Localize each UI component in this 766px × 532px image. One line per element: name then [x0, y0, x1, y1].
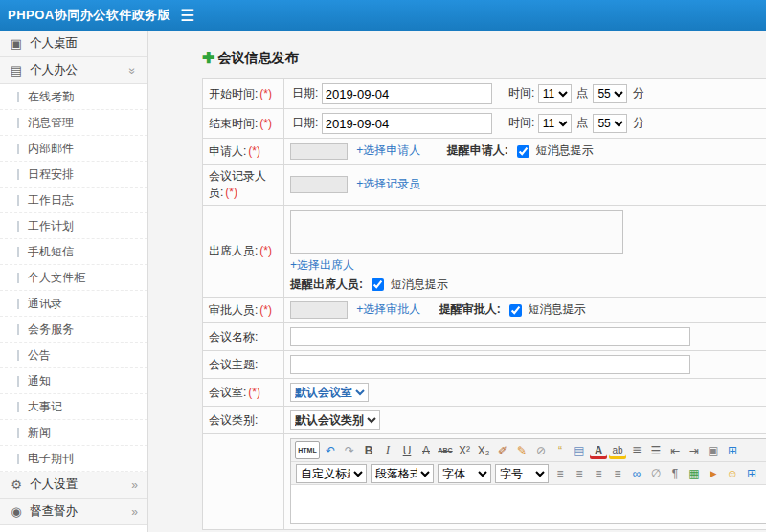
meeting-subject-label-cell: 会议主题:	[203, 351, 284, 379]
indent-icon[interactable]: ⇥	[686, 441, 703, 459]
sidebar-item[interactable]: 内部邮件	[0, 136, 147, 162]
bold-icon[interactable]: B	[360, 441, 377, 459]
align-left-icon[interactable]: ≡	[552, 464, 569, 482]
sidebar-section-settings[interactable]: ⚙ 个人设置 »	[0, 472, 147, 499]
ordered-list-icon[interactable]: ≣	[628, 441, 645, 459]
highlight-color-icon[interactable]: ab	[609, 441, 626, 459]
image-icon[interactable]: ▦	[686, 464, 703, 482]
unordered-list-icon[interactable]: ☰	[647, 441, 665, 459]
select-recorder-link[interactable]: +选择记录员	[356, 177, 420, 190]
table-icon[interactable]: ⊞	[743, 464, 760, 482]
media-icon[interactable]: ►	[705, 464, 722, 482]
required-mark: (*)	[259, 87, 272, 100]
select-approver-link[interactable]: +选择审批人	[356, 302, 420, 316]
sidebar-item[interactable]: 电子期刊	[0, 446, 147, 472]
approver-label-cell: 审批人员:(*)	[203, 298, 284, 323]
select-applicant-link[interactable]: +选择申请人	[356, 144, 420, 157]
sidebar-item[interactable]: 在线考勤	[0, 84, 147, 110]
insert-date-icon[interactable]: ▤	[571, 441, 588, 459]
paste-text-icon[interactable]: ▣	[705, 441, 722, 459]
font-size-select[interactable]: 字号	[495, 464, 549, 483]
eraser-icon[interactable]: ✐	[494, 441, 511, 459]
heading-style-select[interactable]: 自定义标题	[296, 464, 367, 483]
sms-label: 短消息提示	[391, 277, 448, 291]
unlink-icon[interactable]: ∅	[647, 464, 665, 482]
blockquote-icon[interactable]: “	[552, 441, 569, 459]
sidebar-item[interactable]: 通知	[0, 368, 147, 394]
link-icon[interactable]: ∞	[628, 464, 645, 482]
form-row-approver: 审批人员:(*) +选择审批人 提醒审批人: 短消息提示	[203, 298, 766, 323]
sidebar-item-label: 通知	[28, 373, 51, 389]
select-attendees-link[interactable]: +选择出席人	[290, 258, 354, 272]
font-family-select[interactable]: 字体	[438, 464, 491, 483]
superscript-icon[interactable]: X²	[456, 441, 473, 459]
attendees-textarea[interactable]	[290, 210, 623, 254]
attendees-sms-checkbox[interactable]	[372, 278, 384, 291]
underline-icon[interactable]: U	[398, 441, 416, 459]
sidebar-item[interactable]: 个人文件柜	[0, 265, 147, 291]
main-content: ✚ 会议信息发布 开始时间:(*) 日期: 时间: 11 点 55 分 结束时间…	[149, 31, 766, 532]
sidebar-item[interactable]: 公告	[0, 343, 147, 368]
emoticon-icon[interactable]: ☺	[724, 464, 741, 482]
sidebar-item[interactable]: 工作计划	[0, 213, 147, 239]
map-icon[interactable]: ⊡	[762, 464, 766, 482]
hour-unit: 点	[576, 116, 588, 129]
start-date-input[interactable]	[322, 83, 492, 104]
outdent-icon[interactable]: ⇤	[666, 441, 684, 459]
undo-icon[interactable]: ↶	[322, 441, 339, 459]
applicant-sms-checkbox[interactable]	[517, 145, 529, 158]
sidebar-item[interactable]: 日程安排	[0, 162, 147, 188]
meeting-subject-input[interactable]	[290, 355, 690, 374]
meeting-name-input[interactable]	[290, 327, 690, 346]
sms-label: 短消息提示	[535, 144, 593, 157]
hamburger-menu-icon[interactable]: ☰	[180, 0, 194, 31]
sidebar-section-supervision[interactable]: ◉ 督查督办 »	[0, 499, 147, 525]
end-hour-select[interactable]: 11	[538, 114, 572, 133]
applicant-input[interactable]	[290, 143, 348, 160]
sidebar-item[interactable]: 通讯录	[0, 291, 147, 317]
item-tick	[17, 195, 19, 206]
strikethrough-icon[interactable]: A	[417, 441, 435, 459]
approver-sms-checkbox[interactable]	[509, 304, 522, 317]
sidebar-item[interactable]: 手机短信	[0, 239, 147, 265]
supervision-icon: ◉	[10, 504, 23, 519]
required-mark: (*)	[259, 117, 272, 130]
field-label: 申请人:	[209, 144, 246, 158]
approver-input[interactable]	[290, 301, 348, 319]
format-painter-icon[interactable]: ✎	[513, 441, 530, 459]
editor-content-area[interactable]	[291, 485, 766, 523]
form-row-meeting-name: 会议名称:	[203, 323, 766, 351]
font-color-icon[interactable]: A	[590, 441, 607, 459]
sidebar-item[interactable]: 消息管理	[0, 110, 147, 136]
sidebar-item-label: 新闻	[28, 425, 51, 441]
recorder-input[interactable]	[290, 176, 348, 193]
sidebar-item[interactable]: 新闻	[0, 420, 147, 446]
justify-icon[interactable]: ≡	[609, 464, 626, 482]
end-minute-select[interactable]: 55	[593, 114, 627, 133]
remove-format-icon[interactable]: ⊘	[532, 441, 550, 459]
sidebar-item[interactable]: 会务服务	[0, 317, 147, 343]
sms-label: 短消息提示	[528, 302, 585, 316]
align-center-icon[interactable]: ≡	[571, 464, 588, 482]
form-row-meeting-room: 会议室:(*) 默认会议室	[203, 379, 766, 407]
paragraph-format-select[interactable]: 段落格式	[371, 464, 434, 483]
sidebar-item[interactable]: 大事记	[0, 394, 147, 420]
sidebar-section-desktop[interactable]: ▣ 个人桌面	[0, 31, 147, 57]
end-date-input[interactable]	[322, 113, 492, 134]
spellcheck-icon[interactable]: ABC	[437, 441, 454, 459]
fullscreen-icon[interactable]: ⊞	[724, 441, 741, 459]
form-row-start-time: 开始时间:(*) 日期: 时间: 11 点 55 分	[203, 79, 766, 109]
meeting-type-select[interactable]: 默认会议类别	[290, 410, 380, 430]
html-source-icon[interactable]: HTML	[295, 441, 320, 459]
subscript-icon[interactable]: X₂	[475, 441, 492, 459]
sidebar-item[interactable]: 工作日志	[0, 188, 147, 213]
italic-icon[interactable]: I	[379, 441, 396, 459]
start-hour-select[interactable]: 11	[538, 84, 572, 103]
sidebar-section-office[interactable]: ▤ 个人办公 »	[0, 57, 147, 84]
start-minute-select[interactable]: 55	[593, 84, 627, 103]
item-tick	[17, 169, 19, 180]
meeting-room-select[interactable]: 默认会议室	[290, 383, 369, 402]
anchor-icon[interactable]: ¶	[666, 464, 684, 482]
align-right-icon[interactable]: ≡	[590, 464, 607, 482]
redo-icon[interactable]: ↷	[341, 441, 358, 459]
